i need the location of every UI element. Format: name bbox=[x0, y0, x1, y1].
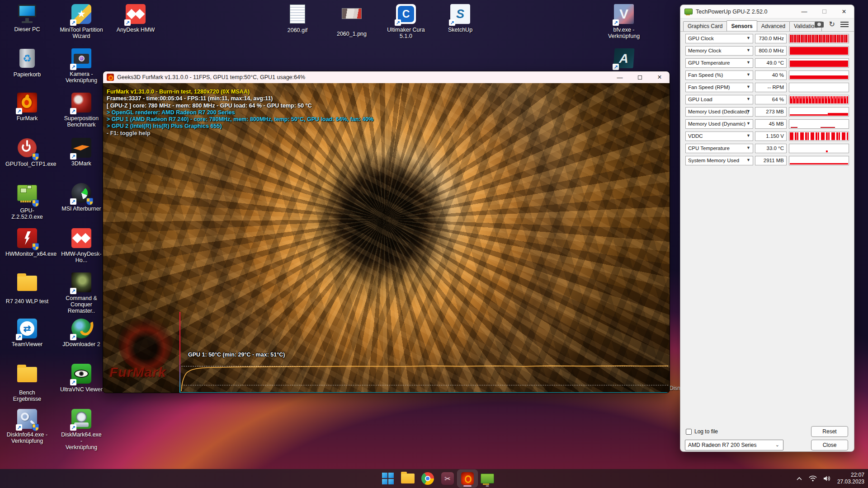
hamburger-menu-icon[interactable] bbox=[840, 22, 849, 27]
minimize-button[interactable]: — bbox=[610, 71, 630, 83]
desktop-icon-gpuz-exe[interactable]: GPU-Z.2.52.0.exe bbox=[5, 183, 49, 220]
tab-sensors[interactable]: Sensors bbox=[726, 20, 757, 30]
gpuz-taskbar-icon bbox=[481, 474, 494, 483]
desktop-icon-label: HMW-AnyDesk-Ho... bbox=[60, 251, 103, 263]
sensor-name-dropdown[interactable]: GPU Temperature▼ bbox=[685, 58, 753, 68]
volume-icon[interactable] bbox=[823, 475, 831, 482]
sensor-name-dropdown[interactable]: Fan Speed (%)▼ bbox=[685, 70, 753, 80]
desktop-icon-label: Kamera - Verknüpfung bbox=[60, 71, 103, 84]
desktop-icon-hwmonitor[interactable]: HWMonitor_x64.exe bbox=[5, 228, 49, 257]
taskbar-button-snipping[interactable]: ✂ bbox=[438, 470, 458, 487]
refresh-icon[interactable]: ↻ bbox=[829, 21, 835, 28]
desktop-icon-hmw-anydesk[interactable]: HMW-AnyDesk-Ho... bbox=[60, 228, 103, 263]
sensor-row-gpu-temperature: GPU Temperature▼49.0 °C bbox=[685, 58, 849, 68]
close-button[interactable]: × bbox=[834, 5, 854, 18]
desktop-icon-diskmark[interactable]: ↗DiskMark64.exe - Verknüpfung bbox=[60, 408, 103, 450]
tab-advanced[interactable]: Advanced bbox=[757, 21, 790, 31]
desktop-icon-label: Papierkorb bbox=[5, 71, 49, 78]
desktop-icon-superposition[interactable]: ↗Superposition Benchmark bbox=[60, 92, 103, 128]
system-tray: 22:07 27.03.2023 bbox=[796, 469, 864, 488]
taskbar-center-icons: ✂ bbox=[378, 469, 497, 488]
desktop-icon-minitool[interactable]: ★↗MiniTool Partition Wizard bbox=[60, 4, 103, 39]
desktop-icon-gif-2060[interactable]: 2060.gif bbox=[276, 4, 319, 33]
overlay-line-6: > GPU 2 (Intel(R) Iris(R) Plus Graphics … bbox=[107, 123, 373, 130]
log-to-file-label: Log to file bbox=[694, 428, 718, 435]
taskbar-clock[interactable]: 22:07 27.03.2023 bbox=[837, 472, 864, 485]
close-dialog-button[interactable]: Close bbox=[811, 440, 848, 450]
desktop-icon-afterburner[interactable]: ↗MSI Afterburner bbox=[60, 183, 103, 212]
desktop-icon-cura[interactable]: C↗Ultimaker Cura 5.1.0 bbox=[384, 4, 428, 39]
sensor-name-dropdown[interactable]: GPU Load▼ bbox=[685, 95, 753, 104]
desktop-icon-jdownloader[interactable]: ↗JDownloader 2 bbox=[60, 318, 103, 347]
taskbar-button-start[interactable] bbox=[378, 470, 398, 487]
sensor-name-dropdown[interactable]: VDDC▼ bbox=[685, 131, 753, 141]
wifi-icon[interactable] bbox=[809, 475, 817, 482]
desktop-icon-gputool[interactable]: GPUTool_CTP1.exe bbox=[5, 137, 49, 167]
desktop-icon-papierkorb[interactable]: ♻Papierkorb bbox=[5, 48, 49, 78]
desktop-icon-sketchup[interactable]: S↗SketchUp bbox=[439, 4, 482, 33]
gpuz-titlebar[interactable]: TechPowerUp GPU-Z 2.52.0 — × bbox=[680, 5, 854, 19]
desktop-icon-cnc[interactable]: ↗Command & Conquer Remaster.. bbox=[60, 272, 103, 314]
sensor-row-fan-speed-: Fan Speed (%)▼40 % bbox=[685, 70, 849, 80]
taskbar-button-furmark[interactable] bbox=[458, 470, 477, 487]
log-to-file-checkbox[interactable] bbox=[686, 429, 692, 435]
partially-hidden-icon-label: Disn bbox=[670, 385, 680, 391]
taskbar-button-explorer[interactable] bbox=[398, 470, 418, 487]
desktop-icon-3dmark[interactable]: ↗3DMark bbox=[60, 137, 103, 167]
overlay-line-5: > GPU 1 (AMD Radeon R7 240) - core: 780M… bbox=[107, 116, 373, 123]
sensor-row-gpu-clock: GPU Clock▼730.0 MHz bbox=[685, 34, 849, 43]
minimize-button[interactable]: — bbox=[794, 5, 814, 18]
desktop-icon-teamviewer[interactable]: ⇄↗TeamViewer bbox=[5, 318, 49, 347]
furmark-taskbar-icon bbox=[461, 472, 474, 485]
furmark-watermark: FurMark bbox=[109, 317, 186, 380]
folder-icon bbox=[17, 367, 37, 382]
desktop-icon-r7-folder[interactable]: R7 240 WLP test bbox=[5, 272, 49, 305]
gpu-temperature-graph-label: GPU 1: 50°C (min: 29°C - max: 51°C) bbox=[188, 352, 285, 358]
desktop-icon-label: DiskMark64.exe - Verknüpfung bbox=[60, 432, 103, 450]
anydesk-diamonds-icon bbox=[71, 228, 91, 248]
desktop-icon-label: UltraVNC Viewer bbox=[60, 386, 103, 393]
taskbar-button-gpuz[interactable] bbox=[477, 470, 497, 487]
tab-graphics-card[interactable]: Graphics Card bbox=[683, 21, 727, 31]
desktop-icon-bench-folder[interactable]: Bench Ergebnisse bbox=[5, 363, 49, 402]
close-button[interactable]: × bbox=[650, 71, 670, 83]
taskbar-button-chrome[interactable] bbox=[418, 470, 438, 487]
desktop-icon-bfv[interactable]: V↗bfv.exe - Verknüpfung bbox=[602, 4, 646, 39]
shortcut-arrow-icon: ↗ bbox=[70, 288, 76, 294]
desktop-icon-dieser-pc[interactable]: Dieser PC bbox=[5, 4, 49, 33]
sensor-name-dropdown[interactable]: System Memory Used▼ bbox=[685, 156, 753, 165]
desktop-icon-furmark[interactable]: ↗FurMark bbox=[5, 92, 49, 122]
overlay-line-3: [ GPU-Z ] core: 780 MHz - mem: 800 MHz -… bbox=[107, 103, 373, 109]
sensor-value: 33.0 °C bbox=[755, 144, 787, 153]
desktop-icon-png-2060-1[interactable]: 2060_1.png bbox=[330, 4, 373, 37]
desktop-icon-unknown-a[interactable]: A↗ bbox=[602, 48, 646, 69]
sensor-graph bbox=[789, 58, 849, 68]
maximize-button[interactable] bbox=[814, 5, 834, 18]
furmark-titlebar[interactable]: Geeks3D FurMark v1.31.0.0 - 11FPS, GPU1 … bbox=[103, 71, 670, 83]
sensor-name-dropdown[interactable]: Fan Speed (RPM)▼ bbox=[685, 83, 753, 92]
desktop-icon-ultravnc[interactable]: ↗UltraVNC Viewer bbox=[60, 363, 103, 393]
sensor-row-memory-used-dedicated-: Memory Used (Dedicated)▼273 MB bbox=[685, 107, 849, 117]
sensor-name-dropdown[interactable]: Memory Used (Dedicated)▼ bbox=[685, 107, 753, 117]
desktop-icon-anydesk-hmw[interactable]: ↗AnyDesk HMW bbox=[114, 4, 157, 33]
screenshot-camera-icon[interactable] bbox=[815, 22, 824, 28]
gpuz-window-title: TechPowerUp GPU-Z 2.52.0 bbox=[696, 9, 767, 15]
tray-chevron-up-icon[interactable] bbox=[796, 477, 802, 481]
shortcut-arrow-icon: ↗ bbox=[70, 153, 76, 160]
desktop-icon-diskinfo[interactable]: ↗DiskInfo64.exe - Verknüpfung bbox=[5, 408, 49, 444]
sensor-name-dropdown[interactable]: GPU Clock▼ bbox=[685, 34, 753, 43]
desktop-icon-kamera[interactable]: ↗Kamera - Verknüpfung bbox=[60, 48, 103, 84]
dropdown-arrow-icon: ▼ bbox=[746, 109, 750, 113]
reset-button[interactable]: Reset bbox=[811, 426, 848, 437]
sensor-row-vddc: VDDC▼1.150 V bbox=[685, 131, 849, 141]
sensor-name-dropdown[interactable]: Memory Clock▼ bbox=[685, 46, 753, 56]
gpu-select-dropdown[interactable]: AMD Radeon R7 200 Series ⌄ bbox=[685, 440, 783, 450]
shortcut-arrow-icon: ↗ bbox=[613, 19, 619, 26]
desktop-icon-label: MSI Afterburner bbox=[60, 206, 103, 212]
sensor-name-dropdown[interactable]: CPU Temperature▼ bbox=[685, 144, 753, 153]
sensor-value: -- RPM bbox=[755, 83, 787, 92]
maximize-button[interactable] bbox=[630, 71, 650, 83]
sensor-name-dropdown[interactable]: Memory Used (Dynamic)▼ bbox=[685, 119, 753, 129]
dropdown-arrow-icon: ▼ bbox=[746, 121, 750, 126]
shortcut-arrow-icon: ↗ bbox=[16, 424, 22, 431]
